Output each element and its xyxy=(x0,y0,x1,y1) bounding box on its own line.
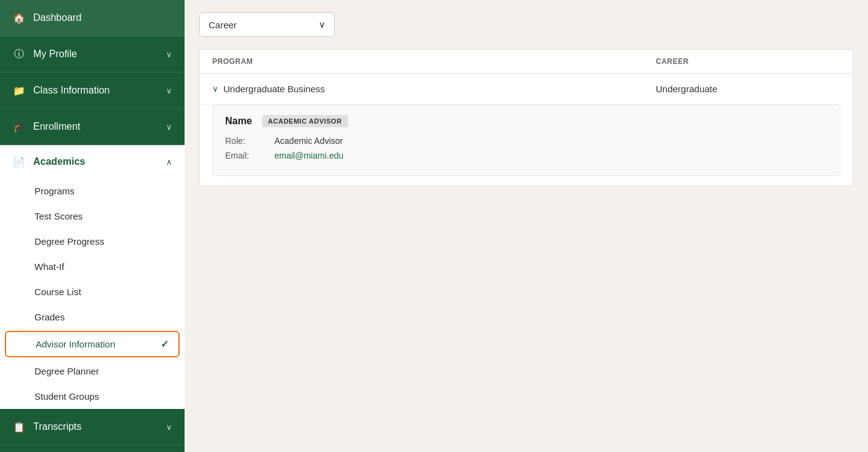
email-label: Email: xyxy=(225,151,274,161)
sidebar-item-my-information[interactable]: ⓘ My Information ∨ xyxy=(0,445,185,452)
table-header: PROGRAM CAREER xyxy=(200,50,853,74)
check-icon: ✓ xyxy=(161,338,169,350)
program-name: Undergraduate Business xyxy=(223,84,325,94)
transcripts-icon: 📋 xyxy=(12,420,26,434)
advisor-card: Name ACADEMIC ADVISOR Role: Academic Adv… xyxy=(212,105,840,176)
sidebar-label-my-profile: My Profile xyxy=(33,49,77,60)
chevron-down-icon-enrollment: ∨ xyxy=(166,122,172,132)
sidebar-item-academics[interactable]: 📄 Academics ∧ xyxy=(0,145,185,178)
sidebar-item-enrollment[interactable]: 🎓 Enrollment ∨ xyxy=(0,109,185,145)
academics-subitems: Programs Test Scores Degree Progress Wha… xyxy=(0,178,185,409)
column-header-program: PROGRAM xyxy=(212,57,656,66)
sidebar: 🏠 Dashboard ⓘ My Profile ∨ 📁 Class Infor… xyxy=(0,0,185,452)
dashboard-icon: 🏠 xyxy=(12,11,26,25)
sidebar-item-grades[interactable]: Grades xyxy=(0,304,185,330)
advisor-name-heading: Name xyxy=(225,116,252,127)
academics-label: Academics xyxy=(33,156,86,167)
advisor-card-header: Name ACADEMIC ADVISOR xyxy=(225,115,827,127)
academics-icon: 📄 xyxy=(12,155,26,169)
info-icon-profile: ⓘ xyxy=(12,47,26,61)
sidebar-item-dashboard[interactable]: 🏠 Dashboard xyxy=(0,0,185,36)
advisor-email-row: Email: email@miami.edu xyxy=(225,151,827,161)
folder-icon: 📁 xyxy=(12,84,26,97)
expand-row-icon[interactable]: ∨ xyxy=(212,84,218,93)
chevron-down-icon-transcripts: ∨ xyxy=(166,422,172,432)
advisor-role-row: Role: Academic Advisor xyxy=(225,136,827,146)
career-dropdown-label: Career xyxy=(209,20,237,30)
sidebar-label-transcripts: Transcripts xyxy=(33,421,82,432)
advisor-badge: ACADEMIC ADVISOR xyxy=(262,115,348,127)
sidebar-item-degree-progress[interactable]: Degree Progress xyxy=(0,229,185,254)
role-label: Role: xyxy=(225,136,274,146)
chevron-down-icon-career: ∨ xyxy=(319,19,325,30)
column-header-career: CAREER xyxy=(656,57,840,66)
sidebar-label-enrollment: Enrollment xyxy=(33,121,80,132)
sidebar-label-dashboard: Dashboard xyxy=(33,12,81,23)
sidebar-item-class-information[interactable]: 📁 Class Information ∨ xyxy=(0,73,185,109)
academics-section: 📄 Academics ∧ Programs Test Scores Degre… xyxy=(0,145,185,409)
email-link[interactable]: email@miami.edu xyxy=(274,151,343,161)
main-content: Career ∨ PROGRAM CAREER ∨ Undergraduate … xyxy=(185,0,868,452)
chevron-down-icon-profile: ∨ xyxy=(166,50,172,59)
sidebar-item-student-groups[interactable]: Student Groups xyxy=(0,384,185,409)
advisor-table: PROGRAM CAREER ∨ Undergraduate Business … xyxy=(199,49,853,186)
career-value: Undergraduate xyxy=(656,84,840,94)
sidebar-item-programs[interactable]: Programs xyxy=(0,178,185,204)
sidebar-item-test-scores[interactable]: Test Scores xyxy=(0,204,185,229)
sidebar-label-class-info: Class Information xyxy=(33,85,110,96)
graduation-icon: 🎓 xyxy=(12,120,26,133)
role-value: Academic Advisor xyxy=(274,136,343,146)
chevron-down-icon-class: ∨ xyxy=(166,86,172,95)
sidebar-item-my-profile[interactable]: ⓘ My Profile ∨ xyxy=(0,36,185,73)
sidebar-item-advisor-information[interactable]: Advisor Information ✓ xyxy=(5,331,180,357)
sidebar-item-course-list[interactable]: Course List xyxy=(0,279,185,304)
career-dropdown[interactable]: Career ∨ xyxy=(199,12,335,37)
sidebar-item-transcripts[interactable]: 📋 Transcripts ∨ xyxy=(0,409,185,445)
sidebar-item-what-if[interactable]: What-If xyxy=(0,254,185,279)
sidebar-item-degree-planner[interactable]: Degree Planner xyxy=(0,359,185,384)
chevron-up-icon-academics: ∧ xyxy=(166,157,172,167)
table-row: ∨ Undergraduate Business Undergraduate xyxy=(200,74,853,105)
